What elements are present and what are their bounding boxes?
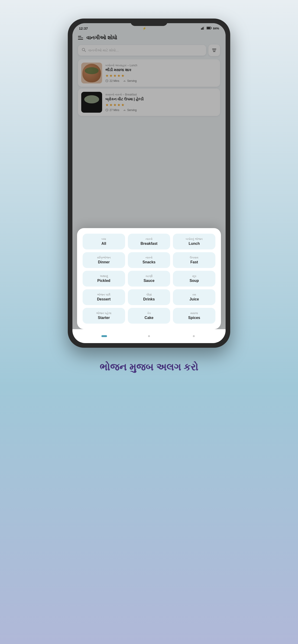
category-name-5: Fast [190,260,198,264]
category-name-4: Snacks [143,260,155,264]
category-subtitle-5: ઉપવાસ [190,256,198,259]
category-name-9: Dessert [97,297,111,301]
category-subtitle-13: કેક [147,312,151,315]
nav-dot-search [148,335,150,337]
category-juice[interactable]: રસ Juice [173,289,215,305]
category-dinner[interactable]: રાત્રિભોજન Dinner [83,252,125,268]
bottom-nav [72,329,226,343]
category-sauce[interactable]: ચટણી Sauce [128,271,170,286]
category-name-11: Juice [189,297,199,301]
category-all[interactable]: બધા All [83,234,125,250]
category-name-7: Sauce [143,279,154,283]
category-name-2: Lunch [189,242,200,246]
nav-item-home[interactable] [101,333,108,340]
category-subtitle-0: બધા [101,238,106,241]
tagline-section: ભોજન મુજબ અલગ કરો [95,357,203,378]
tagline-text: ભોજન મુજબ અલગ કરો [100,362,198,373]
category-subtitle-2: બપોરનું ભોજન [186,238,202,241]
category-name-10: Drinks [143,297,155,301]
category-breakfast[interactable]: નાસ્તો Breakfast [128,234,170,250]
category-subtitle-11: રસ [192,293,196,296]
category-name-8: Soup [190,279,199,283]
category-cake[interactable]: કેક Cake [128,308,170,324]
phone-wrapper: 12:37 ⚡ [68,18,230,378]
category-soup[interactable]: સૂપ Soup [173,271,215,286]
category-subtitle-1: નાસ્તો [146,238,152,241]
category-spices[interactable]: મસાલા Spices [173,308,215,324]
category-name-0: All [101,242,106,246]
category-snacks[interactable]: નાસ્તો Snacks [128,252,170,268]
category-name-12: Starter [98,316,110,320]
category-grid: બધા All નાસ્તો Breakfast બપોરનું ભોજન Lu… [83,234,215,324]
category-modal: બધા All નાસ્તો Breakfast બપોરનું ભોજન Lu… [77,228,221,329]
phone-screen: 12:37 ⚡ [72,23,226,343]
category-subtitle-10: પીણાં [146,293,152,296]
category-subtitle-3: રાત્રિભોજન [97,256,111,259]
category-name-13: Cake [145,316,153,320]
category-subtitle-14: મસાલા [190,312,198,315]
category-name-14: Spices [188,316,200,320]
category-starter[interactable]: ભોજન પહેલા Starter [83,308,125,324]
category-subtitle-4: નાસ્તો [146,256,152,259]
phone-notch [130,18,168,26]
nav-dot-home [101,335,107,337]
category-dessert[interactable]: ભોજન પછી Dessert [83,289,125,305]
nav-dot-profile [193,335,195,337]
category-subtitle-6: અથાણું [100,274,108,278]
category-fast[interactable]: ઉપવાસ Fast [173,252,215,268]
phone-device: 12:37 ⚡ [68,18,230,348]
category-subtitle-7: ચટણી [146,274,152,278]
category-subtitle-8: સૂપ [192,274,196,278]
category-lunch[interactable]: બપોરનું ભોજન Lunch [173,234,215,250]
category-name-1: Breakfast [141,242,158,246]
category-subtitle-9: ભોજન પછી [97,293,110,296]
category-pickled[interactable]: અથાણું Pickled [83,271,125,286]
category-name-3: Dinner [98,260,110,264]
nav-item-search[interactable] [146,333,152,340]
category-drinks[interactable]: પીણાં Drinks [128,289,170,305]
category-subtitle-12: ભોજન પહેલા [96,312,111,315]
nav-item-profile[interactable] [190,333,197,340]
category-name-6: Pickled [97,279,110,283]
